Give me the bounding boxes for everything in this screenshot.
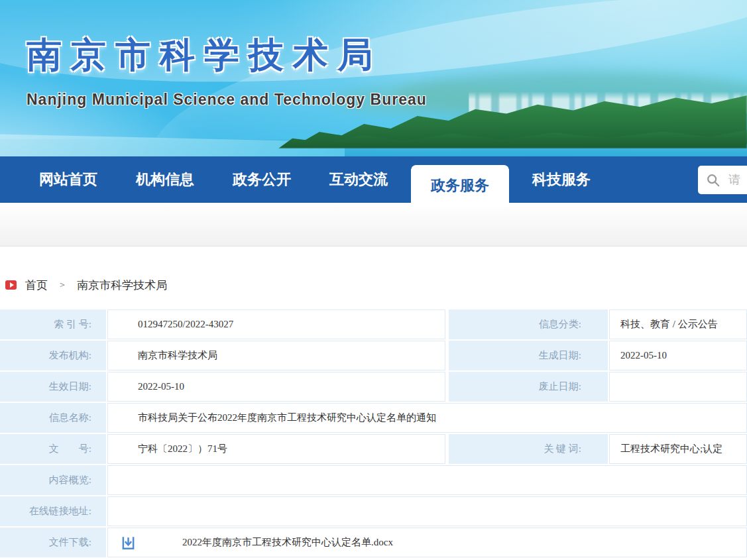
doc-number-value: 宁科〔2022〕）71号 bbox=[107, 434, 445, 464]
table-row-publisher: 发布机构: 南京市科学技术局 生成日期: 2022-05-10 bbox=[0, 341, 747, 370]
content-summary-value bbox=[107, 465, 747, 495]
nav-item-interaction[interactable]: 互动交流 bbox=[314, 156, 403, 203]
publisher-value: 南京市科学技术局 bbox=[107, 341, 445, 370]
nav-item-gov-service-active[interactable]: 政务服务 bbox=[411, 165, 509, 206]
breadcrumb-current[interactable]: 南京市科学技术局 bbox=[77, 278, 167, 293]
info-category-label: 信息分类: bbox=[449, 309, 608, 339]
site-banner: 南京市科学技术局 Nanjing Municipal Science and T… bbox=[0, 0, 747, 156]
info-name-label: 信息名称: bbox=[0, 403, 106, 433]
effective-date-label: 生效日期: bbox=[0, 372, 106, 402]
table-row-effective: 生效日期: 2022-05-10 废止日期: bbox=[0, 372, 747, 402]
breadcrumb-play-icon bbox=[5, 280, 17, 290]
online-link-label: 在线链接地址: bbox=[0, 496, 106, 526]
expiry-date-value bbox=[609, 372, 747, 402]
index-number-label: 索 引 号: bbox=[0, 309, 106, 339]
info-name-value: 市科技局关于公布2022年度南京市工程技术研究中心认定名单的通知 bbox=[107, 403, 747, 433]
content-summary-label: 内容概览: bbox=[0, 465, 106, 495]
table-row-summary: 内容概览: bbox=[0, 465, 747, 495]
file-download-label: 文件下载: bbox=[0, 528, 106, 557]
file-download-cell: 2022年度南京市工程技术研究中心认定名单.docx bbox=[107, 528, 747, 557]
nav-item-org-info[interactable]: 机构信息 bbox=[121, 156, 209, 203]
search-input[interactable] bbox=[728, 173, 747, 187]
table-row-title: 信息名称: 市科技局关于公布2022年度南京市工程技术研究中心认定名单的通知 bbox=[0, 403, 747, 433]
table-row-download: 文件下载: 2022年度南京市工程技术研究中心认定名单.docx bbox=[0, 528, 747, 557]
effective-date-value: 2022-05-10 bbox=[107, 372, 445, 402]
publisher-label: 发布机构: bbox=[0, 341, 106, 370]
breadcrumb-separator: ＞ bbox=[58, 279, 67, 291]
breadcrumb-home-link[interactable]: 首页 bbox=[25, 278, 48, 293]
online-link-value bbox=[107, 496, 747, 526]
created-date-label: 生成日期: bbox=[449, 341, 608, 370]
table-row-index: 索 引 号: 012947250/2022-43027 信息分类: 科技、教育 … bbox=[0, 309, 747, 339]
doc-number-label: 文 号: bbox=[0, 434, 106, 464]
document-info-table: 索 引 号: 012947250/2022-43027 信息分类: 科技、教育 … bbox=[0, 309, 747, 557]
index-number-value: 012947250/2022-43027 bbox=[107, 309, 445, 339]
breadcrumb: 首页 ＞ 南京市科学技术局 bbox=[5, 277, 747, 293]
table-row-docnum: 文 号: 宁科〔2022〕）71号 关 键 词: 工程技术研究中心;认定 bbox=[0, 434, 747, 464]
main-nav: 网站首页 机构信息 政务公开 互动交流 政务服务 科技服务 bbox=[0, 156, 747, 203]
nav-item-gov-open[interactable]: 政务公开 bbox=[217, 156, 306, 203]
keywords-value: 工程技术研究中心;认定 bbox=[609, 434, 747, 464]
keywords-label: 关 键 词: bbox=[449, 434, 608, 464]
site-title-cn: 南京市科学技术局 bbox=[27, 32, 382, 80]
download-file-link[interactable]: 2022年度南京市工程技术研究中心认定名单.docx bbox=[182, 528, 393, 557]
subnav-strip bbox=[0, 203, 747, 247]
table-row-link: 在线链接地址: bbox=[0, 496, 747, 526]
expiry-date-label: 废止日期: bbox=[449, 372, 608, 402]
nav-item-home[interactable]: 网站首页 bbox=[24, 156, 113, 203]
search-icon bbox=[706, 173, 720, 188]
nav-item-tech-service[interactable]: 科技服务 bbox=[517, 156, 606, 203]
download-icon[interactable] bbox=[121, 536, 135, 551]
info-category-value: 科技、教育 / 公示公告 bbox=[609, 309, 747, 339]
page: 南京市科学技术局 Nanjing Municipal Science and T… bbox=[0, 0, 747, 560]
site-title-en: Nanjing Municipal Science and Technology… bbox=[27, 91, 427, 109]
search-box[interactable] bbox=[698, 166, 747, 194]
created-date-value: 2022-05-10 bbox=[609, 341, 747, 370]
